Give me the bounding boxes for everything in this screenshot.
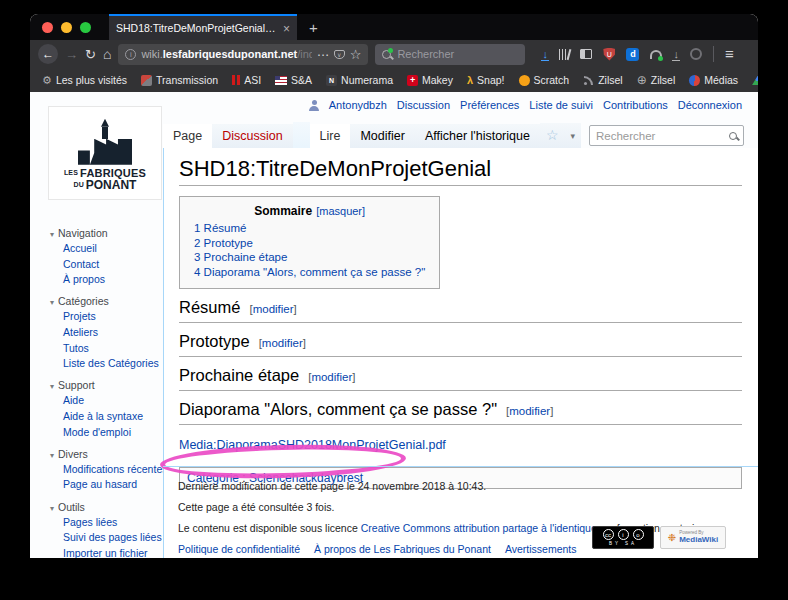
sidebar-item-ateliers[interactable]: Ateliers: [50, 326, 168, 339]
more-actions-button[interactable]: [564, 123, 581, 148]
pocket-icon[interactable]: [334, 50, 345, 59]
mediawiki-badge[interactable]: ❉ Powered By MediaWiki: [660, 526, 726, 549]
dashlane-icon[interactable]: d: [626, 48, 639, 61]
sidebar-heading-support[interactable]: Support: [50, 379, 168, 391]
page-footer: Dernière modification de cette page le 2…: [178, 480, 742, 555]
browser-window: SHD18:TitreDeMonProjetGenial - Le i wiki…: [30, 14, 758, 558]
edit-link[interactable]: [modifier]: [259, 337, 306, 349]
tab-modifier[interactable]: Modifier: [350, 124, 414, 148]
tab-title: SHD18:TitreDeMonProjetGenial - Le: [116, 22, 277, 34]
sidebar-item-pages-liees[interactable]: Pages liées: [50, 516, 168, 529]
bookmark-transmission[interactable]: Transmission: [141, 74, 218, 86]
zoom-window-button[interactable]: [80, 22, 91, 33]
toc-item-prototype[interactable]: 2 Prototype: [194, 237, 425, 249]
download-alt-icon[interactable]: [673, 48, 679, 60]
wiki-search-input[interactable]: [596, 130, 729, 142]
sidebar-item-liste-categories[interactable]: Liste des Catégories: [50, 357, 168, 370]
section-heading-resume: Résumé[modifier]: [179, 298, 742, 323]
personal-discussion-link[interactable]: Discussion: [397, 99, 450, 111]
media-pdf-link[interactable]: Media:DiaporamaSHD2018MonProjetGenial.pd…: [179, 438, 446, 452]
edit-link[interactable]: [modifier]: [506, 405, 553, 417]
sidebar-item-contact[interactable]: Contact: [50, 258, 168, 271]
disclaimers-link[interactable]: Avertissements: [505, 543, 577, 555]
bookmark-zilsel-rss[interactable]: Zilsel: [583, 74, 623, 86]
account-circle-icon[interactable]: [690, 48, 702, 60]
bookmark-most-visited[interactable]: Les plus visités: [42, 74, 127, 87]
tab-lire[interactable]: Lire: [310, 124, 351, 148]
toc-item-diaporama[interactable]: 4 Diaporama "Alors, comment ça se passe …: [194, 266, 425, 278]
toc-item-resume[interactable]: 1 Résumé: [194, 222, 425, 234]
tab-discussion[interactable]: Discussion: [212, 124, 292, 148]
bookmark-star-icon[interactable]: [350, 45, 362, 63]
globe-icon: [637, 73, 647, 87]
sidebar-item-importer[interactable]: Importer un fichier: [50, 547, 168, 558]
mediawiki-sunflower-icon: ❉: [668, 532, 676, 543]
edit-link[interactable]: [modifier]: [308, 371, 355, 383]
home-button[interactable]: [103, 47, 111, 61]
bookmark-makey[interactable]: Makey: [407, 74, 453, 86]
browser-search-box[interactable]: Rechercher: [375, 44, 525, 65]
personal-watchlist-link[interactable]: Liste de suivi: [529, 99, 593, 111]
sidebar-item-suivi-pages[interactable]: Suivi des pages liées: [50, 531, 168, 544]
page-actions-icon[interactable]: [317, 45, 329, 63]
headset-icon[interactable]: [650, 50, 662, 59]
toc-toggle-link[interactable]: [masquer]: [316, 205, 365, 217]
new-tab-button[interactable]: [297, 14, 330, 40]
sidebar-heading-divers[interactable]: Divers: [50, 448, 168, 460]
ublock-shield-icon[interactable]: U: [603, 48, 615, 61]
sidebar-item-tutos[interactable]: Tutos: [50, 342, 168, 355]
bookmark-medias[interactable]: Médias: [689, 74, 738, 86]
sidebar-heading-outils[interactable]: Outils: [50, 501, 168, 513]
sidebar-item-page-hasard[interactable]: Page au hasard: [50, 478, 168, 491]
tab-close-icon[interactable]: [283, 19, 290, 37]
personal-preferences-link[interactable]: Préférences: [460, 99, 519, 111]
cc-by-sa-badge[interactable]: cc i o BY SA: [592, 526, 654, 549]
sidebar-view-icon[interactable]: [580, 49, 592, 59]
about-link[interactable]: À propos de Les Fabriques du Ponant: [314, 543, 491, 555]
sidebar-item-projets[interactable]: Projets: [50, 310, 168, 323]
bookmark-drive[interactable]: Drive: [752, 74, 758, 86]
personal-contributions-link[interactable]: Contributions: [603, 99, 668, 111]
bookmark-zilsel-web[interactable]: Zilsel: [637, 73, 676, 87]
personal-logout-link[interactable]: Déconnexion: [678, 99, 742, 111]
sidebar-item-aide-syntaxe[interactable]: Aide à la syntaxe: [50, 410, 168, 423]
bookmark-snap[interactable]: Snap!: [467, 74, 505, 86]
reload-button[interactable]: [85, 48, 96, 61]
site-info-icon[interactable]: i: [125, 49, 136, 60]
sidebar-item-mode-emploi[interactable]: Mode d'emploi: [50, 426, 168, 439]
sidebar-heading-categories[interactable]: Catégories: [50, 295, 168, 307]
privacy-policy-link[interactable]: Politique de confidentialité: [178, 543, 300, 555]
url-bar[interactable]: i wiki.lesfabriquesduponant.net/index: [118, 44, 368, 65]
search-magnifier-icon[interactable]: [729, 132, 737, 140]
chevron-down-icon: [570, 128, 575, 143]
bookmark-sa[interactable]: S&A: [275, 74, 312, 86]
edit-link[interactable]: [modifier]: [249, 303, 296, 315]
bookmark-asi[interactable]: ASI: [232, 74, 261, 86]
flag-icon: [275, 76, 287, 85]
tab-historique[interactable]: Afficher l'historique: [415, 124, 540, 148]
menu-hamburger-icon[interactable]: [725, 45, 734, 63]
watch-button[interactable]: [540, 123, 565, 148]
browser-tab[interactable]: SHD18:TitreDeMonProjetGenial - Le: [109, 14, 297, 40]
sidebar-item-aide[interactable]: Aide: [50, 394, 168, 407]
tab-page[interactable]: Page: [163, 124, 212, 148]
personal-username-link[interactable]: Antonydbzh: [329, 99, 387, 111]
bookmark-scratch[interactable]: Scratch: [519, 74, 570, 86]
browser-search-placeholder: Rechercher: [397, 48, 454, 60]
minimize-window-button[interactable]: [61, 22, 72, 33]
sidebar-item-modifs-recentes[interactable]: Modifications récentes: [50, 463, 168, 476]
bookmark-numerama[interactable]: NNumerama: [326, 74, 393, 86]
license-link[interactable]: Creative Commons attribution partage à l…: [361, 522, 597, 534]
sidebar-heading-navigation[interactable]: Navigation: [50, 227, 168, 239]
toc-item-prochaine-etape[interactable]: 3 Prochaine étape: [194, 251, 425, 263]
sidebar-item-accueil[interactable]: Accueil: [50, 242, 168, 255]
download-icon[interactable]: [542, 48, 548, 60]
forward-button[interactable]: [65, 48, 78, 61]
sidebar-item-apropos[interactable]: À propos: [50, 273, 168, 286]
browser-tab-bar: SHD18:TitreDeMonProjetGenial - Le: [30, 14, 758, 40]
close-window-button[interactable]: [42, 22, 53, 33]
library-icon[interactable]: [559, 49, 570, 60]
browser-toolbar: i wiki.lesfabriquesduponant.net/index Re…: [30, 40, 758, 68]
wiki-logo[interactable]: LESFABRIQUES DUPONANT: [48, 106, 162, 200]
back-button[interactable]: [38, 44, 58, 64]
